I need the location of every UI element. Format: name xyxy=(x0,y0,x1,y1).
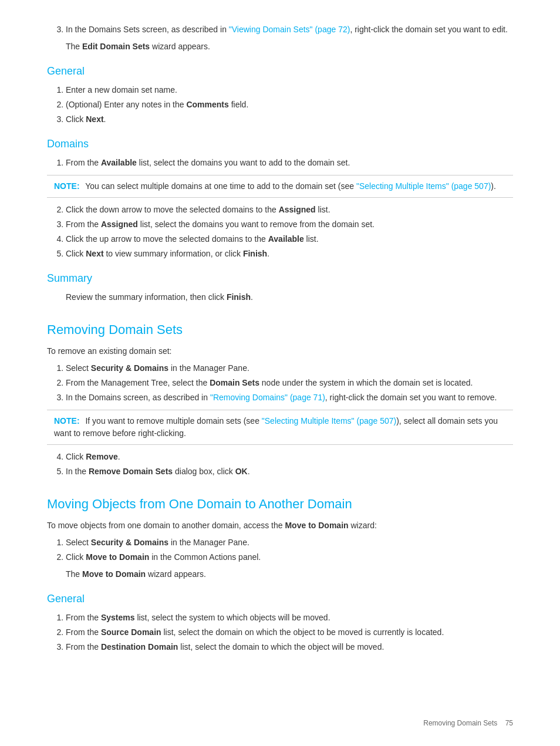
removing-steps: Select Security & Domains in the Manager… xyxy=(66,362,513,404)
domains-step3: From the Assigned list, select the domai… xyxy=(66,218,513,231)
moving-steps: Select Security & Domains in the Manager… xyxy=(66,536,513,563)
general2-step3: From the Destination Domain list, select… xyxy=(66,641,513,653)
summary-text: Review the summary information, then cli… xyxy=(66,291,513,303)
domains-note-text: You can select multiple domains at one t… xyxy=(85,181,496,191)
removing-domains-link[interactable]: "Removing Domains" (page 71) xyxy=(210,393,325,402)
moving-step2: Click Move to Domain in the Common Actio… xyxy=(66,551,513,563)
general1-heading: General xyxy=(47,63,513,79)
summary-heading: Summary xyxy=(47,271,513,286)
general2-step2: From the Source Domain list, select the … xyxy=(66,626,513,639)
removing-heading: Removing Domain Sets xyxy=(47,320,513,339)
domains-note: NOTE: You can select multiple domains at… xyxy=(47,175,513,198)
footer-text: Removing Domain Sets xyxy=(423,719,497,727)
removing-note-label: NOTE: xyxy=(54,416,80,426)
general1-step1: Enter a new domain set name. xyxy=(66,84,513,96)
domains-step2: Click the down arrow to move the selecte… xyxy=(66,204,513,216)
moving-wizard-appears: The Move to Domain wizard appears. xyxy=(66,568,513,580)
moving-heading: Moving Objects from One Domain to Anothe… xyxy=(47,494,513,514)
moving-step1: Select Security & Domains in the Manager… xyxy=(66,536,513,549)
selecting-multiple-items-link1[interactable]: "Selecting Multiple Items" (page 507) xyxy=(356,181,491,191)
removing-note: NOTE: If you want to remove multiple dom… xyxy=(47,410,513,445)
removing-step2: From the Management Tree, select the Dom… xyxy=(66,377,513,389)
page-container: In the Domains Sets screen, as described… xyxy=(0,0,560,746)
removing-step4: Click Remove. xyxy=(66,451,513,463)
domains-step4: Click the up arrow to move the selected … xyxy=(66,233,513,245)
domains-steps-2: Click the down arrow to move the selecte… xyxy=(66,204,513,260)
domains-step1: From the Available list, select the doma… xyxy=(66,157,513,169)
domains-step5: Click Next to view summary information, … xyxy=(66,248,513,260)
general2-steps: From the Systems list, select the system… xyxy=(66,612,513,653)
domains-note-label: NOTE: xyxy=(54,181,80,191)
removing-step5: In the Remove Domain Sets dialog box, cl… xyxy=(66,465,513,478)
general2-step1: From the Systems list, select the system… xyxy=(66,612,513,624)
moving-intro: To move objects from one domain to anoth… xyxy=(47,519,513,532)
removing-step3: In the Domains screen, as described in "… xyxy=(66,391,513,404)
general1-steps: Enter a new domain set name. (Optional) … xyxy=(66,84,513,126)
removing-step1: Select Security & Domains in the Manager… xyxy=(66,362,513,374)
domains-steps: From the Available list, select the doma… xyxy=(66,157,513,169)
intro-step3-suffix: , right-click the domain set you want to… xyxy=(350,25,507,34)
intro-step3-text: In the Domains Sets screen, as described… xyxy=(66,25,229,34)
footer-page: 75 xyxy=(505,719,513,727)
intro-step3: In the Domains Sets screen, as described… xyxy=(66,23,513,36)
viewing-domain-sets-link[interactable]: "Viewing Domain Sets" (page 72) xyxy=(229,25,350,34)
domains-heading: Domains xyxy=(47,136,513,152)
selecting-multiple-items-link2[interactable]: "Selecting Multiple Items" (page 507) xyxy=(262,416,396,426)
general1-step3: Click Next. xyxy=(66,113,513,126)
general1-step2: (Optional) Enter any notes in the Commen… xyxy=(66,99,513,111)
wizard-appears: The Edit Domain Sets wizard appears. xyxy=(66,40,513,53)
removing-steps-2: Click Remove. In the Remove Domain Sets … xyxy=(66,451,513,478)
removing-note-text: If you want to remove multiple domain se… xyxy=(54,416,498,438)
general2-heading: General xyxy=(47,591,513,607)
intro-steps: In the Domains Sets screen, as described… xyxy=(66,23,513,36)
removing-intro: To remove an existing domain set: xyxy=(47,345,513,357)
footer: Removing Domain Sets 75 xyxy=(423,718,513,728)
